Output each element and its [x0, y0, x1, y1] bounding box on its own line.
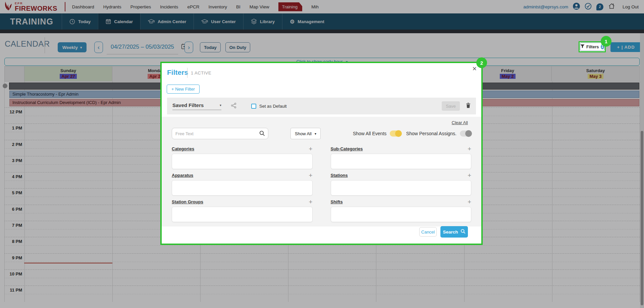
annotation-step-2: 2 — [476, 57, 487, 68]
add-station-group-icon[interactable]: + — [309, 199, 312, 205]
add-station-icon[interactable]: + — [468, 172, 471, 178]
search-icon — [461, 229, 466, 235]
new-filter-button[interactable]: + New Filter — [167, 85, 200, 94]
save-button[interactable]: Save — [442, 101, 460, 111]
search-button[interactable]: Search — [440, 226, 468, 238]
annotation-step-1: 1 — [601, 36, 611, 47]
close-icon[interactable]: × — [472, 65, 477, 72]
add-category-icon[interactable]: + — [309, 146, 312, 152]
cancel-button[interactable]: Cancel — [419, 227, 437, 237]
active-filters-count: 1 ACTIVE — [191, 70, 211, 75]
filters-form-body: Clear All Show All ▾ Show All Events — [162, 117, 481, 226]
saved-filters-bar: Saved Filters ▾ Set as Default Save — [167, 98, 476, 114]
search-icon — [259, 131, 265, 138]
show-all-events-toggle[interactable] — [390, 131, 401, 137]
show-all-events-label: Show All Events — [353, 131, 386, 136]
show-all-dropdown[interactable]: Show All ▾ — [290, 128, 321, 139]
field-stations: Stations + — [331, 172, 472, 199]
filters-modal: Filters 1 ACTIVE × + New Filter Saved Fi… — [162, 63, 481, 244]
free-text-input[interactable] — [172, 128, 268, 139]
clear-all-link[interactable]: Clear All — [452, 120, 468, 125]
categories-input[interactable] — [172, 154, 313, 169]
station-groups-input[interactable] — [172, 207, 313, 222]
filters-modal-highlight-box: 2 Filters 1 ACTIVE × + New Filter Saved … — [160, 62, 483, 245]
stations-input[interactable] — [331, 180, 472, 196]
saved-filters-select[interactable]: Saved Filters ▾ — [172, 102, 221, 110]
show-personal-assigns-label: Show Personal Assigns. — [406, 131, 457, 136]
field-apparatus: Apparatus + — [172, 172, 313, 199]
apparatus-input[interactable] — [172, 180, 313, 196]
field-shifts: Shifts + — [331, 199, 472, 225]
chevron-down-icon: ▾ — [220, 103, 221, 107]
add-shift-icon[interactable]: + — [468, 199, 471, 205]
field-station-groups: Station Groups + — [172, 199, 313, 225]
divider — [187, 68, 187, 78]
chevron-down-icon: ▾ — [315, 132, 316, 136]
set-as-default-label: Set as Default — [259, 104, 287, 109]
quick-filter-row: Show All ▾ Show All Events Show Personal… — [172, 127, 471, 140]
trash-icon[interactable] — [466, 103, 471, 109]
share-icon[interactable] — [231, 103, 236, 109]
filters-button[interactable]: Filters 1 — [580, 43, 604, 51]
shifts-input[interactable] — [331, 207, 472, 222]
sub-categories-input[interactable] — [331, 154, 472, 169]
field-sub-categories: Sub-Categories + — [331, 146, 472, 172]
filter-fields-grid: Categories + Sub-Categories + Apparatus — [172, 146, 471, 225]
add-apparatus-icon[interactable]: + — [309, 172, 312, 178]
funnel-icon — [580, 44, 585, 49]
set-as-default-checkbox[interactable] — [251, 104, 256, 109]
add-sub-category-icon[interactable]: + — [468, 146, 471, 152]
show-personal-assigns-toggle[interactable] — [460, 131, 471, 137]
field-categories: Categories + — [172, 146, 313, 172]
modal-title: Filters — [167, 68, 188, 76]
